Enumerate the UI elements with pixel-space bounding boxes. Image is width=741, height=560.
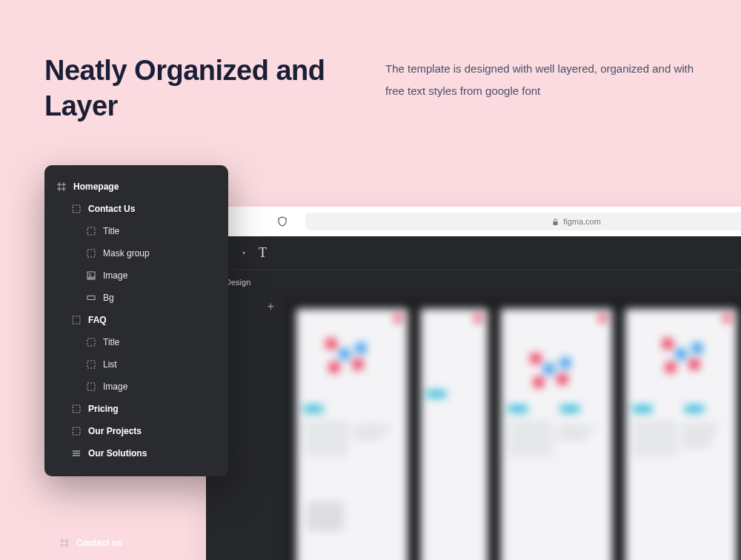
address-bar[interactable]: figma.com [305,213,741,230]
marketing-header: Neatly Organized and Layer The template … [44,53,697,124]
artboard[interactable] [625,309,737,560]
image-icon [86,271,96,281]
group-icon [86,382,96,392]
layer-label: Mask group [103,248,150,259]
layer-label: Contact Us [88,204,135,214]
layer-row[interactable]: Our Projects [44,420,228,442]
layers-panel: Homepage Contact Us Title Mask group Ima… [44,165,228,476]
frame-icon [59,539,69,548]
layer-label: Pricing [88,404,119,414]
layer-label: Title [103,226,119,236]
group-icon [71,427,81,436]
page-subtitle: The template is designed with well layer… [385,53,697,124]
layer-row[interactable]: Image [44,264,228,287]
layer-label: Image [103,270,127,281]
layer-row[interactable]: Pricing [44,398,228,420]
layer-label: Bg [103,293,114,303]
layer-row[interactable]: Title [44,331,228,353]
layer-row[interactable]: FAQ [44,309,228,331]
group-icon [71,404,81,414]
layer-label: Title [103,337,119,347]
browser-window: figma.com ▾ T ●●●●●●●●●●● ●●●● ●●●● UI D… [206,207,741,560]
group-icon [86,249,96,259]
add-page-icon[interactable]: + [268,300,274,313]
layer-label: FAQ [88,315,107,325]
artboard[interactable] [501,309,612,560]
browser-toolbar: figma.com [206,207,741,236]
group-icon [86,360,96,370]
figma-toolbar: ▾ T ●●●●●●●●●●● ●●●● ●●●● [206,236,741,270]
layer-label: Contact us [76,538,122,548]
figma-app: ▾ T ●●●●●●●●●●● ●●●● ●●●● UI Design + [206,236,741,560]
figma-canvas[interactable] [286,299,741,560]
list-icon [71,449,81,459]
layer-row[interactable]: Title [44,220,228,242]
layers-panel-overflow: Contact us Pricing [56,536,219,560]
artboard[interactable] [296,309,408,560]
layer-label: Image [103,381,127,392]
shield-icon [277,216,288,227]
page-title: Neatly Organized and Layer [44,53,341,124]
layer-label: List [103,359,117,370]
group-icon [86,227,96,236]
layer-row[interactable]: Our Solutions [44,442,228,464]
layer-row[interactable]: Image [44,376,228,398]
layer-label: Our Solutions [88,448,147,459]
layer-row[interactable]: Contact us [56,536,219,550]
group-icon [71,204,81,214]
text-tool-icon[interactable]: T [259,245,267,261]
artboard[interactable] [421,309,488,560]
frame-icon [56,182,66,192]
url-text: figma.com [563,217,601,226]
layer-row[interactable]: Mask group [44,242,228,264]
group-icon [71,316,81,325]
layer-row[interactable]: Homepage [44,176,228,198]
rect-icon [86,293,96,303]
group-icon [86,338,96,347]
layer-row[interactable]: Pricing [56,557,219,560]
layer-label: Homepage [73,181,119,192]
layer-label: Our Projects [88,426,142,436]
layer-row[interactable]: Bg [44,287,228,309]
lock-icon [552,219,559,225]
layer-row[interactable]: List [44,353,228,376]
layer-row[interactable]: Contact Us [44,198,228,220]
